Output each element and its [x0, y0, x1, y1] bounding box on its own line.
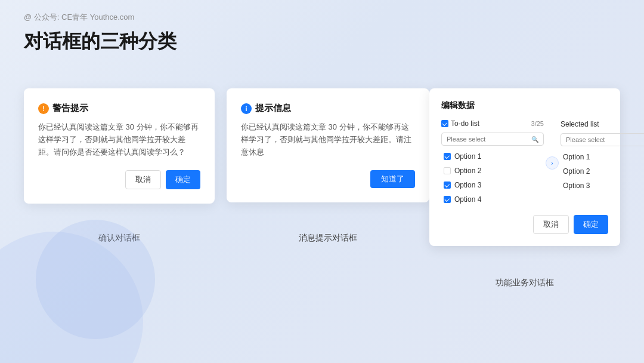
- message-dialog: i 提示信息 你已经认真阅读这篇文章 30 分钟，你不能够再这样学习了，否则就与…: [227, 88, 429, 202]
- right-search-input[interactable]: [566, 136, 644, 143]
- right-panel-title: Selected list: [561, 120, 599, 128]
- right-search-box[interactable]: 🔍: [561, 133, 644, 146]
- list-item: Option 3 ✕: [561, 179, 644, 193]
- transfer-left-panel: To-do list 3/25 🔍 Option 1 Option 2 Opti…: [441, 119, 544, 207]
- know-button[interactable]: 知道了: [370, 170, 415, 188]
- left-panel-title: To-do list: [441, 119, 479, 128]
- message-dialog-label: 消息提示对话框: [227, 233, 429, 244]
- message-dialog-footer: 知道了: [241, 170, 415, 188]
- transfer-dialog-footer: 取消 确定: [441, 215, 608, 234]
- message-dialog-title: i 提示信息: [241, 103, 415, 114]
- list-item: Option 4: [441, 192, 544, 207]
- item2-checkbox[interactable]: [444, 167, 451, 174]
- left-search-icon: 🔍: [531, 136, 538, 143]
- right-panel-header: Selected list 🗑: [561, 119, 644, 128]
- list-item: Option 2: [441, 164, 544, 178]
- warning-icon: !: [38, 103, 49, 114]
- left-panel-badge: 3/25: [531, 120, 544, 127]
- transfer-dialog: 编辑数据 To-do list 3/25 🔍 Option 1: [429, 88, 620, 246]
- page-title: 对话框的三种分类: [24, 29, 177, 55]
- select-all-checkbox[interactable]: [441, 120, 448, 127]
- transfer-right-panel: Selected list 🗑 🔍 Option 1 ✕ Option 2 ✕ …: [561, 119, 644, 193]
- list-item: Option 2 ✕: [561, 164, 644, 179]
- confirm-ok-button[interactable]: 确定: [166, 170, 200, 189]
- transfer-panels: To-do list 3/25 🔍 Option 1 Option 2 Opti…: [441, 119, 608, 207]
- item3-checkbox[interactable]: [444, 182, 451, 189]
- confirm-dialog-footer: 取消 确定: [38, 170, 200, 189]
- message-dialog-body: 你已经认真阅读这篇文章 30 分钟，你不能够再这样学习了，否则就与其他同学拉开较…: [241, 121, 415, 158]
- watermark: @ 公众号: CE青年 Youthce.com: [24, 12, 134, 23]
- transfer-confirm-button[interactable]: 确定: [574, 215, 608, 234]
- left-search-box[interactable]: 🔍: [441, 133, 544, 146]
- confirm-cancel-button[interactable]: 取消: [125, 170, 161, 189]
- left-panel-header: To-do list 3/25: [441, 119, 544, 128]
- item1-checkbox[interactable]: [444, 153, 451, 160]
- transfer-dialog-label: 功能业务对话框: [429, 278, 620, 288]
- transfer-dialog-title: 编辑数据: [441, 100, 608, 111]
- info-icon: i: [241, 103, 252, 114]
- left-search-input[interactable]: [447, 136, 529, 143]
- list-item: Option 1 ✕: [561, 150, 644, 164]
- confirm-dialog-title: ! 警告提示: [38, 103, 200, 114]
- list-item: Option 1: [441, 149, 544, 164]
- transfer-cancel-button[interactable]: 取消: [533, 215, 569, 234]
- transfer-arrow-button[interactable]: ›: [546, 156, 559, 170]
- confirm-dialog-label: 确认对话框: [24, 233, 215, 244]
- item4-checkbox[interactable]: [444, 196, 451, 203]
- transfer-arrow: ›: [545, 156, 559, 170]
- list-item: Option 3: [441, 178, 544, 192]
- confirm-dialog-body: 你已经认真阅读这篇文章 30 分钟，你不能够再这样学习了，否则就与其他同学拉开较…: [38, 121, 200, 158]
- confirm-dialog: ! 警告提示 你已经认真阅读这篇文章 30 分钟，你不能够再这样学习了，否则就与…: [24, 88, 215, 204]
